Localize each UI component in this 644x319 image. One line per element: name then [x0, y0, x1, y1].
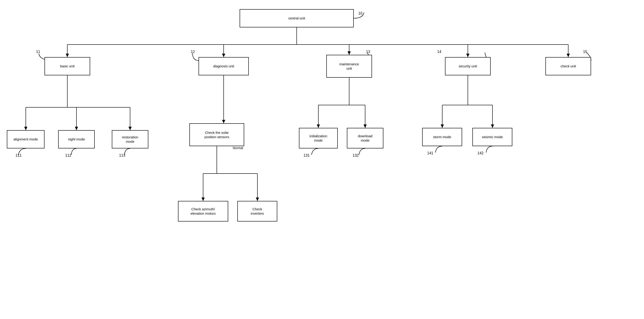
diagnosis-unit-label: diagnosis unit	[213, 64, 234, 69]
ref-14: 14	[437, 50, 441, 54]
restoration-mode-label: restorationmode	[122, 135, 138, 144]
svg-marker-25	[202, 197, 205, 201]
central-unit-label: central unit	[288, 16, 305, 21]
svg-marker-31	[317, 124, 320, 128]
seismic-mode-node: seismic mode	[472, 128, 512, 146]
storm-mode-node: storm mode	[422, 128, 462, 146]
svg-marker-33	[364, 124, 367, 128]
check-azimuth-node: Check azimuth/elevation motors	[178, 201, 228, 221]
ref-11: 11	[36, 50, 40, 54]
basic-unit-node: basic unit	[44, 57, 90, 75]
alignment-mode-label: alignment mode	[14, 137, 38, 142]
storm-mode-label: storm mode	[433, 135, 451, 139]
svg-marker-37	[441, 124, 444, 128]
svg-marker-19	[128, 127, 132, 130]
diagnosis-unit-node: diagnosis unit	[198, 57, 249, 75]
svg-marker-39	[491, 124, 494, 128]
maintenance-unit-node: maintenanceunit	[326, 55, 372, 78]
ref-141: 141	[427, 151, 433, 155]
ref-10: 10	[358, 12, 362, 16]
check-unit-label: check unit	[560, 64, 576, 69]
security-unit-label: security unit	[459, 64, 477, 69]
initialization-mode-node: initializationmode	[299, 128, 338, 148]
security-unit-node: security unit	[445, 57, 491, 75]
svg-marker-15	[24, 127, 28, 130]
connector-lines	[0, 0, 644, 319]
night-mode-node: night mode	[58, 130, 95, 148]
download-mode-node: downloadmode	[347, 128, 384, 148]
ref-13: 13	[366, 50, 370, 54]
ref-111: 111	[16, 153, 22, 158]
svg-marker-5	[222, 54, 225, 57]
diagram: central unit basic unit diagnosis unit m…	[0, 0, 644, 319]
initialization-mode-label: initializationmode	[310, 134, 327, 143]
ref-131: 131	[304, 153, 310, 158]
seismic-mode-label: seismic mode	[482, 135, 503, 139]
svg-marker-27	[256, 197, 259, 201]
check-azimuth-label: Check azimuth/elevation motors	[190, 207, 216, 216]
svg-marker-17	[75, 127, 78, 130]
svg-marker-7	[348, 51, 351, 55]
svg-marker-9	[466, 54, 470, 57]
alignment-mode-node: alignment mode	[7, 130, 44, 148]
check-solar-node: Check the solarposition sensors	[190, 123, 244, 146]
ref-132: 132	[352, 153, 359, 158]
restoration-mode-node: restorationmode	[112, 130, 148, 148]
svg-marker-21	[222, 120, 225, 123]
ref-142: 142	[478, 151, 484, 155]
download-mode-label: downloadmode	[358, 134, 372, 143]
ref-15: 15	[583, 50, 587, 54]
maintenance-unit-label: maintenanceunit	[339, 62, 359, 71]
night-mode-label: night mode	[68, 137, 85, 142]
basic-unit-label: basic unit	[60, 64, 74, 69]
check-inverters-node: Checkinverters	[237, 201, 277, 221]
check-unit-node: check unit	[546, 57, 591, 75]
check-inverters-label: Checkinverters	[251, 207, 264, 216]
normal-label: Normal	[233, 146, 243, 150]
ref-112: 112	[65, 153, 72, 158]
check-solar-label: Check the solarposition sensors	[204, 130, 229, 139]
svg-marker-11	[567, 54, 570, 57]
ref-113: 113	[119, 153, 125, 158]
ref-12: 12	[191, 50, 195, 54]
central-unit-node: central unit	[240, 9, 354, 28]
svg-marker-3	[66, 54, 69, 57]
